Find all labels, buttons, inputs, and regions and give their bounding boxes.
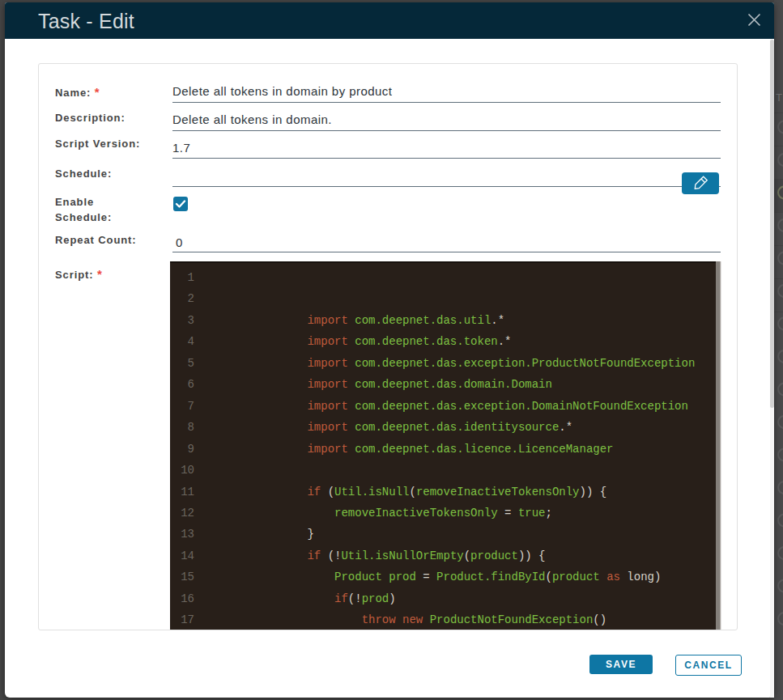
svg-text:T: T bbox=[776, 91, 782, 104]
